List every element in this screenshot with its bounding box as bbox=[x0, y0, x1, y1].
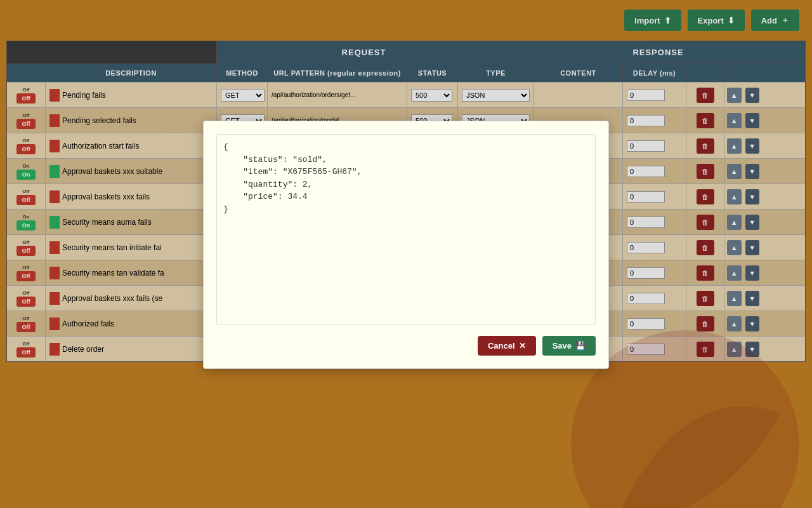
modal-overlay: Cancel ✕ Save 💾 bbox=[0, 0, 812, 508]
content-editor-modal: Cancel ✕ Save 💾 bbox=[203, 121, 609, 369]
cancel-label: Cancel bbox=[488, 341, 515, 351]
content-textarea[interactable] bbox=[216, 134, 596, 324]
save-icon: 💾 bbox=[575, 341, 586, 351]
modal-footer: Cancel ✕ Save 💾 bbox=[216, 336, 596, 356]
cancel-icon: ✕ bbox=[519, 341, 526, 351]
save-label: Save bbox=[553, 341, 572, 351]
cancel-button[interactable]: Cancel ✕ bbox=[478, 336, 536, 356]
save-button[interactable]: Save 💾 bbox=[542, 336, 596, 356]
